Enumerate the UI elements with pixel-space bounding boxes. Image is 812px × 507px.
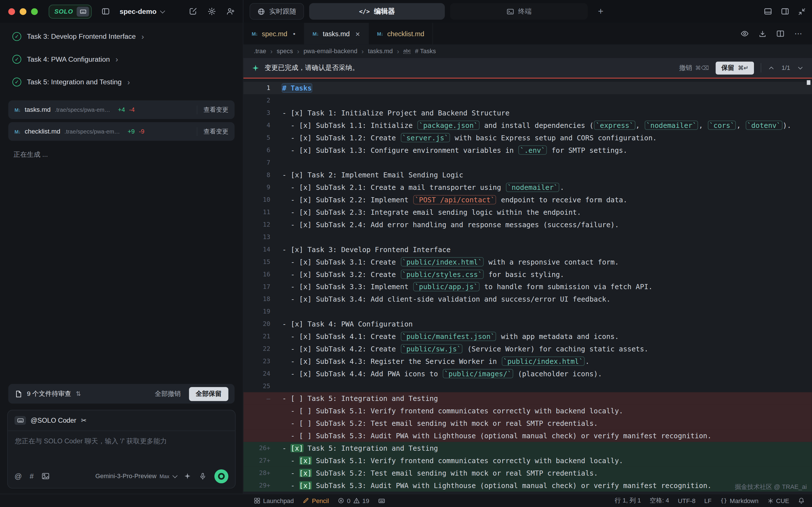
next-change-icon[interactable] xyxy=(797,64,804,71)
microphone-icon[interactable] xyxy=(199,472,206,480)
tab-terminal[interactable]: 终端 xyxy=(450,3,588,20)
preview-eye-icon[interactable] xyxy=(741,30,749,38)
code-line[interactable]: - [ ] SubTask 5.3: Audit PWA with Lighth… xyxy=(244,430,812,442)
close-icon[interactable]: × xyxy=(355,29,360,38)
pencil-mode-button[interactable]: Pencil xyxy=(303,497,329,504)
swap-icon[interactable]: ⇅ xyxy=(76,390,81,397)
bell-icon[interactable] xyxy=(798,497,805,504)
new-tab-button[interactable]: + xyxy=(593,4,608,19)
code-line[interactable]: 26+- [x] Task 5: Integration and Testing xyxy=(244,442,812,454)
new-chat-icon[interactable] xyxy=(189,7,197,15)
panel-bottom-icon[interactable] xyxy=(764,7,772,15)
file-change-card[interactable]: M↓tasks.md.trae/specs/pwa-email-backend/… xyxy=(8,101,235,119)
code-line[interactable]: 14- [x] Task 3: Develop Frontend Interfa… xyxy=(244,243,812,256)
cursor-position[interactable]: 行 1, 列 1 xyxy=(615,496,641,505)
language-mode[interactable]: {} Markdown xyxy=(720,497,759,504)
breadcrumb-item[interactable]: pwa-email-backend xyxy=(304,48,357,55)
tab-editor[interactable]: </> 编辑器 xyxy=(309,3,445,20)
code-line[interactable]: 22 - [x] SubTask 4.2: Create `public/sw.… xyxy=(244,343,812,355)
eol-setting[interactable]: LF xyxy=(704,497,711,504)
code-line[interactable]: 18 - [x] SubTask 3.4: Add client-side va… xyxy=(244,293,812,305)
code-line[interactable]: 13 xyxy=(244,231,812,243)
code-line[interactable]: 6 - [x] SubTask 1.3: Configure environme… xyxy=(244,144,812,156)
task-item[interactable]: ✓Task 5: Integration and Testing› xyxy=(7,70,236,93)
code-line[interactable]: - [ ] SubTask 5.2: Test email sending wi… xyxy=(244,417,812,430)
sparkle-icon[interactable] xyxy=(184,472,191,480)
add-user-icon[interactable] xyxy=(226,7,235,15)
code-line[interactable]: 9 - [x] SubTask 2.1: Create a mail trans… xyxy=(244,181,812,193)
code-line[interactable]: 4 - [x] SubTask 1.1: Initialize `package… xyxy=(244,119,812,131)
file-tab-checklist.md[interactable]: M↓checklist.md xyxy=(369,23,433,44)
breadcrumb-item[interactable]: .trae xyxy=(254,48,266,55)
more-actions-icon[interactable]: ⋯ xyxy=(795,29,803,38)
settings-gear-icon[interactable] xyxy=(208,7,216,15)
code-line[interactable]: 5 - [x] SubTask 1.2: Create `server.js` … xyxy=(244,131,812,144)
code-line[interactable]: 12 - [x] SubTask 2.4: Add error handling… xyxy=(244,218,812,231)
code-line[interactable]: 24 - [x] SubTask 4.4: Add PWA icons to `… xyxy=(244,368,812,380)
window-zoom-button[interactable] xyxy=(31,8,38,15)
sidebar-toggle-icon[interactable] xyxy=(102,7,110,15)
undo-all-button[interactable]: 全部撤销 xyxy=(155,389,181,398)
code-line[interactable]: 7 xyxy=(244,156,812,169)
task-item[interactable]: ✓Task 4: PWA Configuration› xyxy=(7,48,236,70)
code-line[interactable]: 1# Tasks xyxy=(244,82,812,94)
code-line[interactable]: 11 - [x] SubTask 2.3: Integrate email se… xyxy=(244,206,812,218)
chevron-down-icon xyxy=(160,8,165,13)
code-line[interactable]: 15 - [x] SubTask 3.1: Create `public/ind… xyxy=(244,256,812,268)
indent-setting[interactable]: 空格: 4 xyxy=(650,496,669,505)
split-editor-icon[interactable] xyxy=(776,30,784,38)
undo-change-button[interactable]: 撤销 ⌘⌫ xyxy=(679,63,709,72)
view-changes-button[interactable]: 查看变更 xyxy=(197,105,229,114)
chat-input[interactable] xyxy=(8,431,235,464)
breadcrumb-item[interactable]: # Tasks xyxy=(415,48,436,55)
prev-change-icon[interactable] xyxy=(768,64,775,71)
code-line[interactable]: - [ ] SubTask 5.1: Verify frontend commu… xyxy=(244,405,812,417)
task-label: Task 5: Integration and Testing xyxy=(27,78,121,86)
code-line[interactable]: 23 - [x] SubTask 4.3: Register the Servi… xyxy=(244,355,812,368)
keep-all-button[interactable]: 全部保留 xyxy=(189,387,229,401)
problems-indicator[interactable]: 0 19 xyxy=(338,497,369,504)
file-tab-tasks.md[interactable]: M↓tasks.md× xyxy=(304,23,369,44)
hash-icon[interactable]: # xyxy=(30,472,34,480)
code-area[interactable]: 1# Tasks23- [x] Task 1: Initialize Proje… xyxy=(244,79,812,494)
code-line[interactable]: 8- [x] Task 2: Implement Email Sending L… xyxy=(244,169,812,181)
collapse-icon[interactable] xyxy=(798,8,806,15)
download-icon[interactable] xyxy=(759,30,766,37)
code-line[interactable]: 2 xyxy=(244,94,812,107)
cue-feature[interactable]: CUE xyxy=(767,497,789,504)
watermark: 掘金技术社区 @ TRAE_ai xyxy=(735,483,807,492)
breadcrumb-item[interactable]: specs xyxy=(276,48,293,55)
code-line[interactable]: 19 xyxy=(244,305,812,318)
code-line[interactable]: 29+ - [x] SubTask 5.3: Audit PWA with Li… xyxy=(244,479,812,492)
solo-mode-toggle[interactable]: SOLO xyxy=(49,5,92,18)
code-line[interactable]: –- [ ] Task 5: Integration and Testing xyxy=(244,392,812,405)
launchpad-button[interactable]: Launchpad xyxy=(254,497,294,504)
code-line[interactable]: 28+ - [x] SubTask 5.2: Test email sendin… xyxy=(244,467,812,479)
image-icon[interactable] xyxy=(41,472,50,480)
view-changes-button[interactable]: 查看变更 xyxy=(197,127,229,136)
workspace-selector[interactable]: spec-demo xyxy=(120,8,164,15)
code-line[interactable]: 16 - [x] SubTask 3.2: Create `public/sty… xyxy=(244,268,812,280)
window-minimize-button[interactable] xyxy=(20,8,27,15)
feedback-icon[interactable] xyxy=(378,497,385,504)
model-selector[interactable]: Gemini-3-Pro-Preview Max xyxy=(95,472,176,480)
record-button[interactable] xyxy=(214,469,228,483)
code-line[interactable]: 21 - [x] SubTask 4.1: Create `public/man… xyxy=(244,330,812,343)
code-line[interactable]: 27+ - [x] SubTask 5.1: Verify frontend c… xyxy=(244,454,812,467)
keep-change-button[interactable]: 保留 ⌘↵ xyxy=(716,61,754,74)
task-item[interactable]: ✓Task 3: Develop Frontend Interface› xyxy=(7,25,236,48)
tab-live-follow[interactable]: 实时跟随 xyxy=(250,3,304,20)
scissors-icon[interactable]: ✂ xyxy=(81,416,87,424)
mention-icon[interactable]: @ xyxy=(14,472,22,480)
file-change-card[interactable]: M↓checklist.md.trae/specs/pwa-email-back… xyxy=(8,122,235,141)
code-line[interactable]: 3- [x] Task 1: Initialize Project and Ba… xyxy=(244,107,812,119)
window-close-button[interactable] xyxy=(8,8,15,15)
code-line[interactable]: 17 - [x] SubTask 3.3: Implement `public/… xyxy=(244,280,812,293)
breadcrumb-item[interactable]: tasks.md xyxy=(368,48,393,55)
file-tab-spec.md[interactable]: M↓spec.md● xyxy=(244,23,304,44)
code-line[interactable]: 25 xyxy=(244,380,812,392)
panel-right-icon[interactable] xyxy=(781,7,789,15)
code-line[interactable]: 10 - [x] SubTask 2.2: Implement `POST /a… xyxy=(244,193,812,206)
encoding-setting[interactable]: UTF-8 xyxy=(678,497,695,504)
code-line[interactable]: 20- [x] Task 4: PWA Configuration xyxy=(244,318,812,330)
